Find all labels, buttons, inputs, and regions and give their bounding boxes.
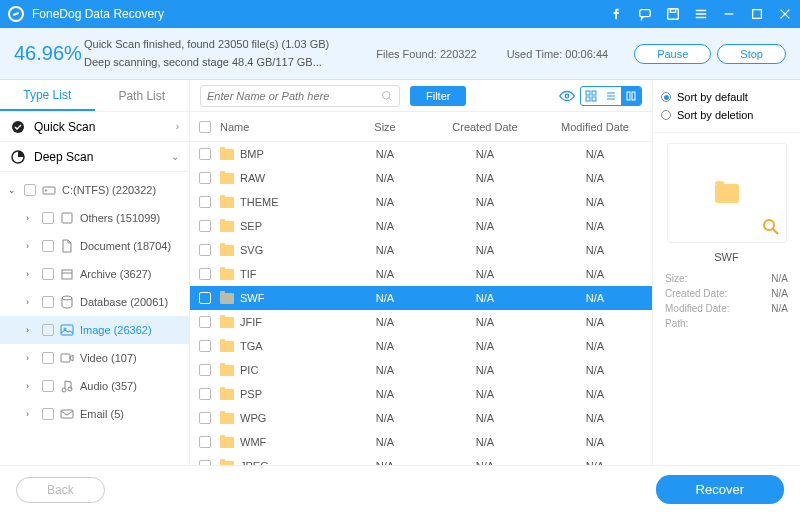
checkbox[interactable] <box>42 380 54 392</box>
checkbox[interactable] <box>42 324 54 336</box>
database-icon <box>60 295 74 309</box>
row-checkbox[interactable] <box>199 340 211 352</box>
recover-button[interactable]: Recover <box>656 475 784 504</box>
tree-item-document[interactable]: ›Document (18704) <box>0 232 189 260</box>
row-name: TGA <box>240 340 263 352</box>
table-row[interactable]: SWFN/AN/AN/A <box>190 286 652 310</box>
table-row[interactable]: TIFN/AN/AN/A <box>190 262 652 286</box>
table-row[interactable]: RAWN/AN/AN/A <box>190 166 652 190</box>
maximize-icon[interactable] <box>750 7 764 21</box>
checkbox[interactable] <box>42 408 54 420</box>
magnify-icon[interactable] <box>762 218 780 236</box>
close-icon[interactable] <box>778 7 792 21</box>
svg-rect-0 <box>640 10 651 17</box>
col-size[interactable]: Size <box>340 121 430 133</box>
table-row[interactable]: JFIFN/AN/AN/A <box>190 310 652 334</box>
expand-icon: › <box>26 381 36 391</box>
row-checkbox[interactable] <box>199 292 211 304</box>
select-all-checkbox[interactable] <box>199 121 211 133</box>
checkbox[interactable] <box>24 184 36 196</box>
row-checkbox[interactable] <box>199 196 211 208</box>
eye-icon[interactable] <box>558 87 576 105</box>
search-box[interactable] <box>200 85 400 107</box>
tree-item-video[interactable]: ›Video (107) <box>0 344 189 372</box>
feedback-icon[interactable] <box>638 7 652 21</box>
table-row[interactable]: WPGN/AN/AN/A <box>190 406 652 430</box>
pause-button[interactable]: Pause <box>634 44 711 64</box>
row-created: N/A <box>430 148 540 160</box>
tree-item-image[interactable]: ›Image (26362) <box>0 316 189 344</box>
tree-item-audio[interactable]: ›Audio (357) <box>0 372 189 400</box>
table-row[interactable]: PSPN/AN/AN/A <box>190 382 652 406</box>
expand-icon: › <box>26 241 36 251</box>
view-detail-icon[interactable] <box>621 87 641 105</box>
svg-rect-9 <box>62 270 72 279</box>
svg-rect-16 <box>61 410 73 418</box>
tree-item-email[interactable]: ›Email (5) <box>0 400 189 428</box>
row-created: N/A <box>430 292 540 304</box>
folder-icon <box>220 413 234 424</box>
quick-scan-row[interactable]: Quick Scan › <box>0 112 189 142</box>
row-checkbox[interactable] <box>199 244 211 256</box>
tree-item-others[interactable]: ›Others (151099) <box>0 204 189 232</box>
facebook-icon[interactable] <box>610 7 624 21</box>
view-grid-icon[interactable] <box>581 87 601 105</box>
checkbox[interactable] <box>42 268 54 280</box>
expand-icon: › <box>26 409 36 419</box>
menu-icon[interactable] <box>694 7 708 21</box>
table-row[interactable]: SEPN/AN/AN/A <box>190 214 652 238</box>
sort-default-option[interactable]: Sort by default <box>661 88 792 106</box>
col-created[interactable]: Created Date <box>430 121 540 133</box>
stop-button[interactable]: Stop <box>717 44 786 64</box>
table-row[interactable]: JPEGN/AN/AN/A <box>190 454 652 465</box>
svg-rect-2 <box>670 9 675 13</box>
row-created: N/A <box>430 220 540 232</box>
table-row[interactable]: WMFN/AN/AN/A <box>190 430 652 454</box>
row-checkbox[interactable] <box>199 388 211 400</box>
checkbox[interactable] <box>42 296 54 308</box>
svg-rect-13 <box>61 354 70 362</box>
col-modified[interactable]: Modified Date <box>540 121 650 133</box>
row-checkbox[interactable] <box>199 412 211 424</box>
table-row[interactable]: TGAN/AN/AN/A <box>190 334 652 358</box>
row-checkbox[interactable] <box>199 316 211 328</box>
checkbox[interactable] <box>42 212 54 224</box>
row-checkbox[interactable] <box>199 172 211 184</box>
row-checkbox[interactable] <box>199 268 211 280</box>
table-row[interactable]: THEMEN/AN/AN/A <box>190 190 652 214</box>
tab-type-list[interactable]: Type List <box>0 80 95 111</box>
row-name: JFIF <box>240 316 262 328</box>
row-size: N/A <box>340 340 430 352</box>
search-input[interactable] <box>207 90 381 102</box>
save-icon[interactable] <box>666 7 680 21</box>
row-checkbox[interactable] <box>199 148 211 160</box>
filter-button[interactable]: Filter <box>410 86 466 106</box>
row-checkbox[interactable] <box>199 364 211 376</box>
view-list-icon[interactable] <box>601 87 621 105</box>
table-row[interactable]: SVGN/AN/AN/A <box>190 238 652 262</box>
table-row[interactable]: BMPN/AN/AN/A <box>190 142 652 166</box>
tree-item-archive[interactable]: ›Archive (3627) <box>0 260 189 288</box>
row-checkbox[interactable] <box>199 436 211 448</box>
deep-scan-row[interactable]: Deep Scan ⌄ <box>0 142 189 172</box>
scan-percent: 46.96% <box>14 42 84 65</box>
checkbox[interactable] <box>42 352 54 364</box>
tree-drive[interactable]: ⌄C:(NTFS) (220322) <box>0 176 189 204</box>
row-created: N/A <box>430 436 540 448</box>
email-icon <box>60 407 74 421</box>
folder-icon <box>220 269 234 280</box>
back-button[interactable]: Back <box>16 477 105 503</box>
tab-path-list[interactable]: Path List <box>95 80 190 111</box>
checkbox[interactable] <box>42 240 54 252</box>
minimize-icon[interactable] <box>722 7 736 21</box>
row-checkbox[interactable] <box>199 220 211 232</box>
video-icon <box>60 351 74 365</box>
tree-item-database[interactable]: ›Database (20061) <box>0 288 189 316</box>
col-name[interactable]: Name <box>220 121 340 133</box>
document-icon <box>60 239 74 253</box>
sort-deletion-option[interactable]: Sort by deletion <box>661 106 792 124</box>
others-icon <box>60 211 74 225</box>
table-row[interactable]: PICN/AN/AN/A <box>190 358 652 382</box>
expand-icon: › <box>26 297 36 307</box>
svg-point-18 <box>565 94 569 98</box>
